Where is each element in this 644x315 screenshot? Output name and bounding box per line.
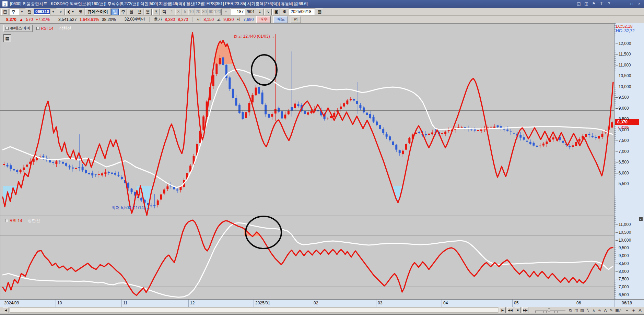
chevron-down-icon[interactable]: ▼ [19,9,25,15]
minute-button-20: 20 [195,9,201,15]
popout-icon[interactable]: ◫ [584,1,589,7]
bar-count-input[interactable]: 187 [231,9,245,15]
draw-icon[interactable]: ✎ [608,307,614,313]
period-button-초[interactable]: 초 [152,9,160,15]
legend-series-chip[interactable]: 큐에스아이 [3,25,33,32]
divider [192,17,192,22]
candle-step-icon[interactable]: ↧ [256,9,264,15]
turnover-pct: 1,648.61% [79,17,99,22]
grid-tool-icon[interactable]: ▦ [3,34,11,42]
rewind-icon[interactable]: ◀◀ [507,307,513,313]
sell-button[interactable]: 매도 [273,16,288,23]
chevron-down-icon[interactable]: ▼ [71,10,74,13]
fast-forward-icon[interactable]: ▶▶ [522,307,528,313]
axis-tick-9,500: 9,500 [616,245,629,250]
checkbox-icon[interactable] [36,27,39,30]
stock-code-input[interactable]: 066310 ▼ [34,9,56,15]
main-chart-legend: 큐에스아이 RSI 14 상한선 [3,25,73,32]
restore-icon[interactable]: ◱ [576,1,582,7]
calendar-icon[interactable]: ▦ [316,9,323,15]
lower-price-axis[interactable]: × 11,00010,50010,0009,5009,0008,5008,000… [614,216,644,299]
axis-tick-8,000: 8,000 [616,128,629,132]
period-button-분[interactable]: 분 [144,9,152,15]
chart-menu-icon[interactable]: ▤ [1,9,9,15]
main-price-axis[interactable]: LC:52,18 HC:-32,72 8,370 7,31% 12,00011,… [614,23,644,216]
window-title: [0600] 키움종합차트 - KOSDAQ 외국인보유[160(천)] 주식수… [10,1,308,7]
price-change-pct: +7.31% [36,17,50,22]
bid-price: 8,370 [178,17,188,22]
svg-text:최저 5,500 (11/14) →: 최저 5,500 (11/14) → [112,205,150,210]
volume: 3,541,527 [58,17,77,22]
stop-icon[interactable]: ■ [515,307,521,313]
scrollbar-left-icon[interactable]: ◀ [3,307,9,313]
buy-button[interactable]: 매수 [256,16,271,23]
period-button-월[interactable]: 월 [128,9,135,15]
gear-icon[interactable]: ⚙ [281,9,288,15]
prev-button[interactable]: 전 [26,9,33,15]
kosdaq-button[interactable]: 코 [77,9,84,15]
zoom-icon[interactable]: ⌕ [618,307,623,313]
save-icon[interactable]: ▣ [272,9,280,15]
chart-tool-icons: ↧∿▣⚙ [256,9,288,15]
fibonacci-icon[interactable]: ⊼ [591,307,597,313]
date-label-02: 02 [314,301,318,305]
period-button-틱[interactable]: 틱 [161,9,168,15]
up-arrow-icon: ▲ [19,17,23,22]
price-change: 570 [26,17,33,22]
split-chart-icon[interactable]: ◫ [573,307,579,313]
period-button-group: 일주월년분초틱 [111,9,168,15]
title-toggle-icon[interactable]: T [599,1,604,7]
date-separator [376,300,376,307]
avg-button[interactable]: 평 [291,16,301,23]
minimize-icon[interactable]: – [621,1,627,7]
axis-tick-6,500: 6,500 [616,160,629,165]
zoom-out-icon[interactable]: − [624,307,630,313]
checkbox-icon[interactable] [5,219,8,222]
period-button-년[interactable]: 년 [136,9,143,15]
period-button-일[interactable]: 일 [111,9,119,15]
maximize-icon[interactable]: □ [629,1,634,7]
week-combo-value: 주 [10,9,19,15]
sound-icon[interactable]: ◂)▼ [65,9,76,15]
legend-rsi-chip[interactable]: RSI 14 [35,26,55,31]
bar-total-label: /601 [246,9,255,14]
play-icon[interactable]: ▶ [500,307,506,313]
zigzag-icon[interactable]: ∿ [264,9,272,15]
pattern-icon[interactable]: ▨ [579,307,585,313]
date-axis[interactable]: 2024/091011122025/01020304050606/18 [0,299,644,307]
new-chart-icon[interactable]: ⧉ [567,307,573,313]
legend-rsi-chip[interactable]: RSI 14 [3,218,24,223]
low-price: 7,690 [243,17,254,22]
divider [54,17,54,22]
scrollbar-track[interactable] [10,307,498,313]
pin-icon[interactable]: ⚑ [591,1,597,7]
search-icon[interactable]: ⌕ [57,9,65,15]
chevron-down-icon[interactable]: ▼ [50,9,56,15]
speed-slider[interactable] [535,310,565,311]
close-icon[interactable]: × [639,217,643,221]
week-combo[interactable]: 주 ▼ [10,9,25,15]
date-label-04: 04 [443,301,448,305]
date-input[interactable]: 2025/06/18 [289,9,315,15]
zoom-in-icon[interactable]: + [631,307,636,313]
title-bar[interactable]: 1 [0600] 키움종합차트 - KOSDAQ 외국인보유[160(천)] 주… [0,0,644,8]
date-separator [121,300,122,307]
period-button-주[interactable]: 주 [119,9,127,15]
text-tool-icon[interactable]: A [637,307,643,313]
checkbox-icon[interactable] [5,27,9,30]
wave-icon[interactable]: ∿ [597,307,602,313]
help-icon[interactable]: ? [606,1,612,7]
stock-code-value: 066310 [34,9,50,14]
minute-button-group: 13510203060120 [169,9,221,15]
stock-name-label: 큐에스아이 [85,8,110,15]
open-price: 8,150 [203,17,214,22]
trendline-icon[interactable]: ╲ [585,307,591,313]
close-icon[interactable]: × [636,1,642,7]
price-chart-canvas[interactable]: 최고 12,440 (01/03) →최저 5,500 (11/14) → [0,23,614,299]
axis-tick-5,500: 5,500 [616,181,629,186]
axis-tick-6,000: 6,000 [616,171,629,175]
chevron-down-icon: ▼ [222,9,230,15]
slider-handle-icon[interactable] [548,308,550,312]
peak-tool-icon[interactable]: ⋀ [602,307,608,313]
window-controls: ◱◫⚑T?–□× [576,1,642,7]
